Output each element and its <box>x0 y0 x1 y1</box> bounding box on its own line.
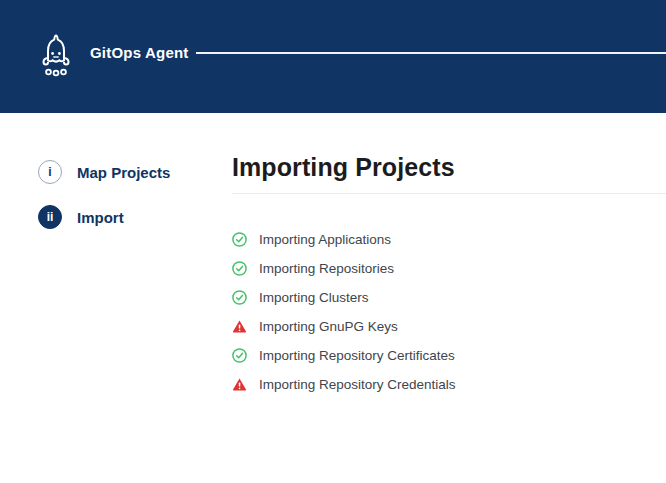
warning-triangle-icon <box>232 377 247 392</box>
gitops-agent-window: GitOps Agent iMap ProjectsiiImport Impor… <box>0 0 666 483</box>
circle-check-icon <box>232 290 247 305</box>
main-content: Importing Projects Importing Application… <box>232 113 666 483</box>
app-title: GitOps Agent <box>90 44 189 62</box>
argo-squid-logo-icon <box>37 31 75 77</box>
title-divider <box>232 193 666 194</box>
circle-check-icon <box>232 232 247 247</box>
stepper-item-import[interactable]: iiImport <box>38 205 124 229</box>
import-status-list: Importing ApplicationsImporting Reposito… <box>232 225 666 399</box>
import-item-label: Importing Repositories <box>259 261 394 276</box>
import-item-label: Importing Repository Credentials <box>259 377 456 392</box>
import-item-label: Importing GnuPG Keys <box>259 319 398 334</box>
wizard-stepper: iMap ProjectsiiImport <box>0 113 232 483</box>
import-item-label: Importing Repository Certificates <box>259 348 455 363</box>
step-marker: i <box>38 160 62 184</box>
import-status-row: Importing Repository Certificates <box>232 341 666 370</box>
import-item-label: Importing Clusters <box>259 290 369 305</box>
header-divider-line <box>196 52 666 54</box>
step-marker: ii <box>38 205 62 229</box>
app-header: GitOps Agent <box>0 0 666 113</box>
import-status-row: Importing GnuPG Keys <box>232 312 666 341</box>
import-item-label: Importing Applications <box>259 232 391 247</box>
warning-triangle-icon <box>232 319 247 334</box>
stepper-item-map-projects[interactable]: iMap Projects <box>38 160 170 184</box>
import-status-row: Importing Applications <box>232 225 666 254</box>
import-status-row: Importing Repository Credentials <box>232 370 666 399</box>
import-status-row: Importing Repositories <box>232 254 666 283</box>
import-status-row: Importing Clusters <box>232 283 666 312</box>
page-title: Importing Projects <box>232 153 455 182</box>
circle-check-icon <box>232 348 247 363</box>
step-label: Import <box>77 209 124 226</box>
step-label: Map Projects <box>77 164 170 181</box>
circle-check-icon <box>232 261 247 276</box>
